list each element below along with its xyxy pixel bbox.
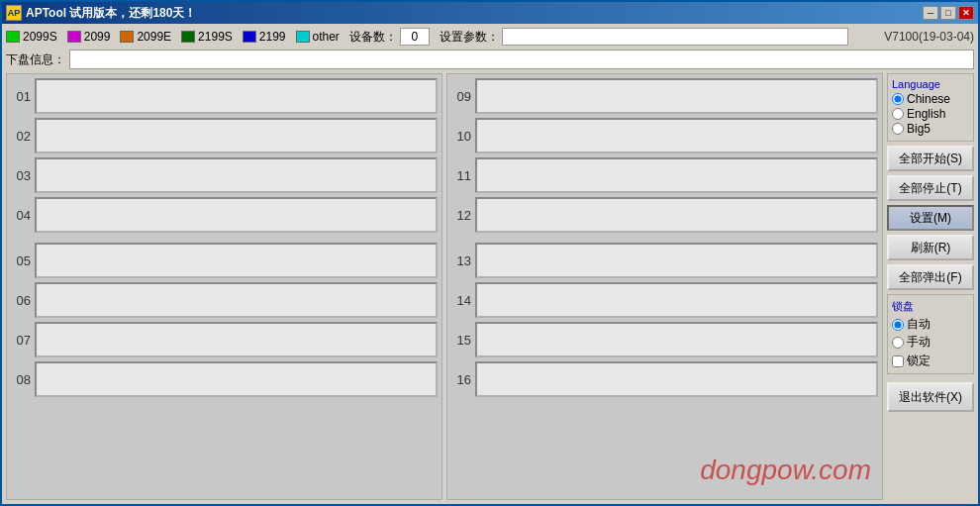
params-label: 设置参数： [440, 29, 499, 46]
right-group1: 09 10 11 12 [451, 78, 878, 233]
slot-row-11: 11 [451, 157, 878, 193]
slot-bar-12[interactable] [475, 197, 878, 233]
slot-bar-04[interactable] [35, 197, 438, 233]
left-group1: 01 02 03 04 [11, 78, 438, 233]
legend-color-2199 [243, 31, 256, 43]
legend-color-2099E [120, 31, 134, 43]
app-icon: AP [6, 5, 22, 21]
slot-num-08: 08 [11, 372, 31, 387]
slot-bar-08[interactable] [35, 361, 438, 397]
slot-bar-15[interactable] [475, 322, 878, 357]
lock-group: 锁盘 自动 手动 锁定 [887, 294, 974, 374]
radio-big5[interactable]: Big5 [892, 122, 969, 136]
maximize-button[interactable]: □ [940, 6, 956, 20]
lock-checkbox[interactable] [892, 355, 904, 367]
slot-row-06: 06 [11, 282, 438, 318]
slot-bar-03[interactable] [35, 157, 438, 193]
slot-bar-02[interactable] [35, 118, 438, 153]
radio-auto-label: 自动 [907, 316, 931, 333]
legend-label-other: other [313, 30, 340, 44]
slot-bar-06[interactable] [35, 282, 438, 318]
slot-row-12: 12 [451, 197, 878, 233]
slot-bar-14[interactable] [475, 282, 878, 318]
params-input[interactable] [502, 28, 848, 46]
settings-button[interactable]: 设置(M) [887, 205, 974, 231]
main-layout: 01 02 03 04 [6, 73, 974, 500]
legend-2199: 2199 [243, 30, 286, 44]
legend-label-2099E: 2099E [137, 30, 171, 44]
legend-2199S: 2199S [181, 30, 233, 44]
legend-label-2199: 2199 [259, 30, 286, 44]
device-count-input[interactable] [400, 28, 430, 46]
slot-num-16: 16 [451, 372, 471, 387]
slot-num-15: 15 [451, 333, 471, 348]
slot-num-11: 11 [451, 168, 471, 183]
radio-english-input[interactable] [892, 108, 904, 120]
main-window: AP APTool 试用版本，还剩180天！ ─ □ ✕ 2099S 2099 … [0, 0, 980, 506]
title-bar: AP APTool 试用版本，还剩180天！ ─ □ ✕ [2, 2, 978, 24]
slot-num-13: 13 [451, 253, 471, 268]
radio-auto-input[interactable] [892, 319, 904, 331]
slot-bar-11[interactable] [475, 157, 878, 193]
right-panel: Language Chinese English Big5 全部 [887, 73, 974, 500]
radio-big5-label: Big5 [907, 122, 931, 136]
slot-bar-07[interactable] [35, 322, 438, 357]
legend-label-2099: 2099 [84, 30, 111, 44]
radio-manual-input[interactable] [892, 337, 904, 349]
info-input[interactable] [69, 50, 974, 69]
slot-bar-09[interactable] [475, 78, 878, 114]
slot-row-01: 01 [11, 78, 438, 114]
slot-row-16: 16 [451, 361, 878, 397]
radio-manual-label: 手动 [907, 334, 931, 351]
slot-bar-16[interactable] [475, 361, 878, 397]
slot-row-08: 08 [11, 361, 438, 397]
minimize-button[interactable]: ─ [923, 6, 938, 20]
legend-2099E: 2099E [120, 30, 171, 44]
slot-num-09: 09 [451, 89, 471, 104]
slot-bar-13[interactable] [475, 243, 878, 278]
slot-num-01: 01 [11, 89, 31, 104]
legend-color-other [296, 31, 310, 43]
language-title: Language [892, 78, 969, 90]
close-button[interactable]: ✕ [958, 6, 974, 20]
left-group2: 05 06 07 08 [11, 243, 438, 397]
lock-checkbox-label: 锁定 [907, 353, 931, 369]
slot-bar-10[interactable] [475, 118, 878, 153]
window-controls: ─ □ ✕ [923, 6, 974, 20]
start-all-button[interactable]: 全部开始(S) [887, 146, 974, 171]
eject-all-button[interactable]: 全部弹出(F) [887, 264, 974, 290]
slot-row-10: 10 [451, 118, 878, 153]
legend-color-2199S [181, 31, 195, 43]
slot-num-03: 03 [11, 168, 31, 183]
slot-row-14: 14 [451, 282, 878, 318]
right-group2: 13 14 15 16 [451, 243, 878, 397]
refresh-button[interactable]: 刷新(R) [887, 235, 974, 260]
radio-auto[interactable]: 自动 [892, 316, 969, 333]
slot-row-04: 04 [11, 197, 438, 233]
slot-row-02: 02 [11, 118, 438, 153]
info-label: 下盘信息： [6, 51, 65, 68]
slot-bar-01[interactable] [35, 78, 438, 114]
slot-bar-05[interactable] [35, 243, 438, 278]
radio-big5-input[interactable] [892, 123, 904, 135]
slot-num-07: 07 [11, 333, 31, 348]
radio-chinese[interactable]: Chinese [892, 92, 969, 106]
stop-all-button[interactable]: 全部停止(T) [887, 175, 974, 201]
radio-chinese-input[interactable] [892, 93, 904, 105]
lock-checkbox-row[interactable]: 锁定 [892, 353, 969, 369]
device-count-label: 设备数： [349, 29, 397, 46]
legend-2099: 2099 [67, 30, 111, 44]
slot-row-09: 09 [451, 78, 878, 114]
slot-row-13: 13 [451, 243, 878, 278]
legend-label-2099S: 2099S [23, 30, 57, 44]
window-title: APTool 试用版本，还剩180天！ [26, 5, 196, 22]
params-group: 设置参数： [440, 28, 848, 46]
radio-english[interactable]: English [892, 107, 969, 121]
slot-num-06: 06 [11, 293, 31, 308]
legend-color-2099 [67, 31, 81, 43]
radio-manual[interactable]: 手动 [892, 334, 969, 351]
slot-num-04: 04 [11, 208, 31, 223]
slots-area: 01 02 03 04 [6, 73, 883, 500]
exit-button[interactable]: 退出软件(X) [887, 382, 974, 412]
slot-row-03: 03 [11, 157, 438, 193]
